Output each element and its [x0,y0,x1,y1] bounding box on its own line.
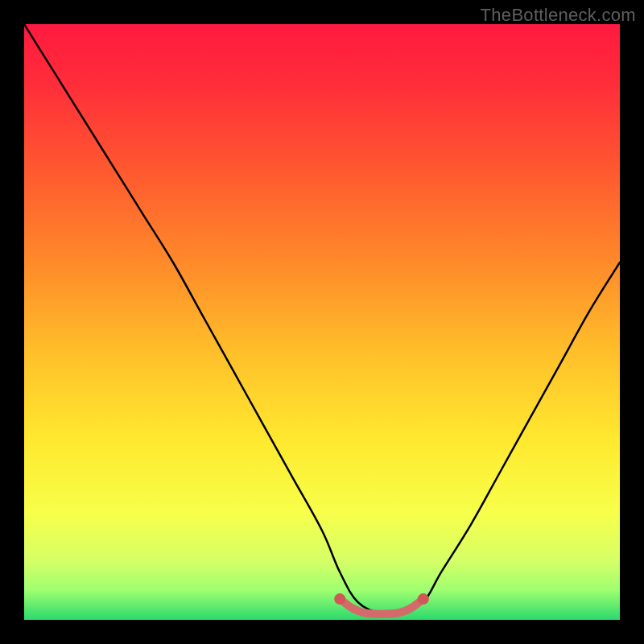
bottleneck-chart [24,24,620,620]
optimal-band-end-left [334,593,345,605]
watermark-text: TheBottleneck.com [481,5,636,26]
chart-plot-area [24,24,620,620]
chart-frame: TheBottleneck.com [0,0,644,644]
optimal-band-end-right [418,593,429,605]
